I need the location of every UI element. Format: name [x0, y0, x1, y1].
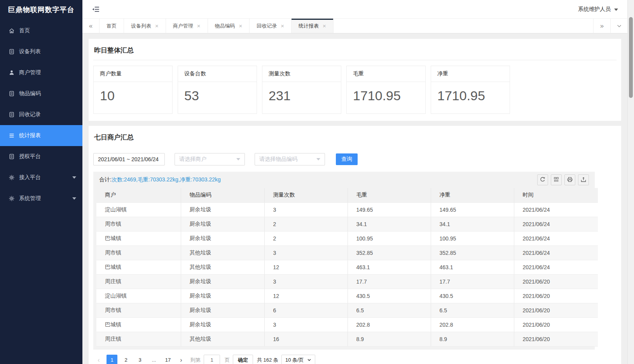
tabs-scroll-left-icon[interactable]: « — [82, 19, 100, 33]
table-cell: 34.1 — [348, 217, 431, 231]
stat-card-value: 231 — [262, 82, 341, 113]
table-row[interactable]: 淀山湖镇厨余垃圾3149.65149.652021/06/24 — [96, 202, 598, 217]
sidebar-item-merchant-mgmt[interactable]: 商户管理 — [0, 62, 82, 83]
table-cell: 12 — [264, 260, 348, 274]
page-button-1[interactable]: 1 — [107, 355, 117, 364]
sidebar-item-item-code[interactable]: 物品编码 — [0, 83, 82, 104]
close-icon[interactable]: × — [239, 23, 243, 29]
table-cell: 2021/06/20 — [514, 289, 598, 303]
table-row[interactable]: 巴城镇厨余垃圾3202.8202.82021/06/20 — [96, 317, 598, 332]
table-cell: 2 — [264, 217, 348, 231]
totals-label: 合计: — [99, 176, 112, 183]
close-icon[interactable]: × — [281, 23, 284, 29]
sidebar-item-home[interactable]: 首页 — [0, 20, 82, 41]
print-icon — [567, 176, 573, 184]
table-cell: 巴城镇 — [96, 260, 181, 274]
tabs-menu-icon[interactable] — [610, 19, 627, 33]
refresh-button[interactable] — [537, 174, 548, 185]
stat-card-gross-weight: 毛重1710.95 — [346, 66, 426, 114]
collapse-sidebar-icon[interactable] — [92, 6, 100, 13]
tab-label: 统计报表 — [299, 23, 319, 30]
table-cell: 3 — [264, 317, 348, 332]
sidebar-item-access-platform[interactable]: 接入平台 — [0, 167, 82, 188]
print-button[interactable] — [564, 174, 575, 185]
goto-page-input[interactable] — [204, 355, 220, 364]
stat-card-value: 53 — [178, 82, 257, 113]
columns-icon — [553, 176, 559, 184]
page-content: 昨日整体汇总 商户数量10设备台数53测量次数231毛重1710.95净重171… — [82, 33, 627, 364]
document-icon — [9, 153, 15, 160]
table-row[interactable]: 巴城镇其他垃圾12463.1463.12021/06/24 — [96, 260, 598, 274]
table-cell: 巴城镇 — [96, 317, 181, 332]
stat-card-measure-count: 测量次数231 — [262, 66, 341, 114]
chevron-down-icon — [72, 197, 76, 200]
export-icon — [580, 176, 587, 184]
merchant-select[interactable]: 请选择商户 — [175, 153, 245, 165]
table-row[interactable]: 周庄镇厨余垃圾317.717.72021/06/20 — [96, 274, 598, 289]
tab-merchant-mgmt[interactable]: 商户管理× — [166, 19, 208, 33]
pagination-bar: ‹ 123...17 › 到第 页 确定 共 162 条 10 条/页 — [93, 350, 617, 364]
page-size-value: 10 条/页 — [285, 357, 304, 364]
user-menu[interactable]: 系统维护人员 — [578, 6, 618, 13]
table-cell: 2021/06/20 — [514, 317, 598, 332]
item-code-select[interactable]: 请选择物品编码 — [255, 153, 325, 165]
close-icon[interactable]: × — [323, 23, 326, 29]
table-cell: 厨余垃圾 — [181, 317, 264, 332]
columns-button[interactable] — [551, 174, 562, 185]
sidebar-item-system-mgmt[interactable]: 系统管理 — [0, 188, 82, 209]
table-cell: 8.9 — [348, 332, 431, 346]
table-cell: 430.5 — [431, 289, 514, 303]
tab-home[interactable]: 首页 — [100, 19, 124, 33]
tab-bar: « 首页设备列表×商户管理×物品编码×回收记录×统计报表× » — [82, 19, 627, 33]
search-button[interactable]: 查询 — [336, 153, 358, 165]
scrollbar-thumb[interactable] — [629, 17, 633, 98]
table-row[interactable]: 周市镇厨余垃圾234.134.12021/06/24 — [96, 217, 598, 231]
item-code-select-placeholder: 请选择物品编码 — [259, 156, 297, 163]
sidebar-item-device-list[interactable]: 设备列表 — [0, 41, 82, 62]
previous-page-icon[interactable]: ‹ — [94, 355, 103, 364]
tab-recycle-records[interactable]: 回收记录× — [250, 19, 292, 33]
vertical-scrollbar[interactable] — [627, 0, 634, 364]
page-button-3[interactable]: 3 — [134, 355, 145, 364]
export-button[interactable] — [578, 174, 589, 185]
table-cell: 其他垃圾 — [181, 332, 264, 346]
sidebar-item-label: 系统管理 — [19, 195, 41, 202]
close-icon[interactable]: × — [155, 23, 159, 29]
table-row[interactable]: 周市镇其他垃圾3352.85352.852021/06/24 — [96, 246, 598, 260]
table-cell: 2021/06/20 — [514, 303, 598, 317]
tabs-scroll-right-icon[interactable]: » — [593, 19, 610, 33]
page-button-17[interactable]: 17 — [162, 355, 173, 364]
table-cell: 厨余垃圾 — [181, 274, 264, 289]
sidebar-item-label: 统计报表 — [19, 132, 41, 139]
sidebar-item-auth-platform[interactable]: 授权平台 — [0, 146, 82, 167]
table-row[interactable]: 淀山湖镇厨余垃圾12430.5430.52021/06/20 — [96, 289, 598, 303]
table-cell: 3 — [264, 202, 348, 217]
confirm-page-button[interactable]: 确定 — [233, 355, 253, 364]
chevron-down-icon — [307, 358, 311, 362]
table-row[interactable]: 周庄镇其他垃圾168.98.92021/06/20 — [96, 332, 598, 346]
page-size-select[interactable]: 10 条/页 — [281, 355, 315, 364]
tab-report-stats[interactable]: 统计报表× — [292, 19, 334, 33]
next-page-icon[interactable]: › — [176, 355, 186, 364]
table-cell: 周庄镇 — [96, 274, 181, 289]
stat-card-label: 净重 — [431, 66, 510, 82]
table-row[interactable]: 周市镇厨余垃圾66.56.52021/06/20 — [96, 303, 598, 317]
table-cell: 2021/06/24 — [514, 246, 598, 260]
date-range-input[interactable]: 2021/06/01 ~ 2021/06/24 — [93, 153, 165, 165]
sidebar-item-label: 接入平台 — [19, 174, 41, 181]
tab-device-list[interactable]: 设备列表× — [124, 19, 166, 33]
table-header-row: 商户物品编码测量次数毛重净重时间 — [96, 188, 598, 202]
sidebar-item-label: 商户管理 — [19, 69, 41, 76]
tab-item-code[interactable]: 物品编码× — [208, 19, 250, 33]
table-cell: 2021/06/20 — [514, 332, 598, 346]
table-cell: 17.7 — [431, 274, 514, 289]
table-row[interactable]: 巴城镇厨余垃圾2100.95100.952021/06/24 — [96, 231, 598, 246]
sidebar-item-label: 授权平台 — [19, 153, 41, 160]
page-button-2[interactable]: 2 — [121, 355, 131, 364]
chevron-down-icon — [316, 158, 320, 160]
sidebar-item-report-stats[interactable]: 统计报表 — [0, 125, 82, 146]
close-icon[interactable]: × — [197, 23, 201, 29]
sidebar-item-label: 设备列表 — [19, 48, 41, 55]
sidebar-item-recycle-records[interactable]: 回收记录 — [0, 104, 82, 125]
tab-label: 设备列表 — [131, 23, 151, 30]
